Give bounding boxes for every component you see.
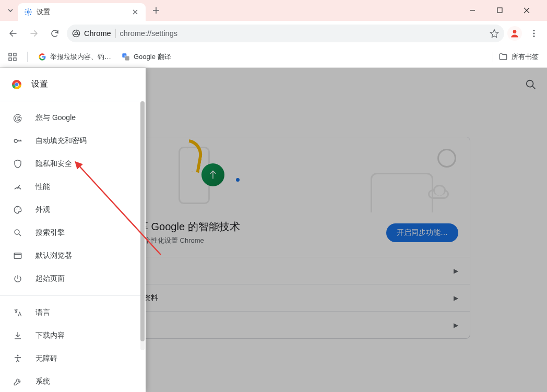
nav-on-startup[interactable]: 起始页面 xyxy=(0,267,146,290)
svg-rect-8 xyxy=(9,53,11,56)
power-icon xyxy=(13,274,23,283)
sidebar-header: 设置 xyxy=(0,68,146,101)
svg-point-7 xyxy=(533,35,534,37)
nav-downloads[interactable]: 下载内容 xyxy=(0,324,146,347)
translate-icon xyxy=(13,308,23,317)
svg-point-5 xyxy=(533,30,534,31)
nav-autofill-passwords[interactable]: 自动填充和密码 xyxy=(0,129,146,152)
profile-avatar-button[interactable] xyxy=(507,26,522,41)
wrench-icon xyxy=(13,377,23,386)
nav-accessibility[interactable]: 无障碍 xyxy=(0,347,146,370)
shield-icon xyxy=(13,159,23,169)
nav-languages[interactable]: 语言 xyxy=(0,301,146,324)
minimize-button[interactable] xyxy=(465,7,480,14)
svg-point-19 xyxy=(14,139,17,142)
svg-point-26 xyxy=(17,355,19,357)
chrome-logo-icon xyxy=(10,78,23,91)
settings-gear-icon xyxy=(24,8,32,16)
maximize-button[interactable] xyxy=(492,7,507,14)
window-controls xyxy=(465,7,544,14)
svg-text:文: 文 xyxy=(124,54,126,57)
svg-point-23 xyxy=(19,209,20,210)
svg-point-3 xyxy=(75,32,77,34)
bookmark-bar: 举报垃圾内容、钓… 文 Google 翻译 所有书签 xyxy=(0,46,547,68)
nav-search-engine[interactable]: 搜索引擎 xyxy=(0,221,146,244)
svg-rect-10 xyxy=(9,58,11,61)
download-icon xyxy=(13,331,23,340)
nav-appearance[interactable]: 外观 xyxy=(0,198,146,221)
site-chip[interactable]: Chrome xyxy=(72,29,111,38)
speedometer-icon xyxy=(13,182,23,192)
tab-title: 设置 xyxy=(37,8,127,17)
palette-icon xyxy=(13,205,23,215)
forward-button[interactable] xyxy=(25,25,43,42)
svg-point-0 xyxy=(27,11,29,13)
svg-point-4 xyxy=(513,30,517,33)
translate-icon: 文 xyxy=(122,53,130,61)
apps-button[interactable] xyxy=(8,53,17,61)
tab-bar: 设置 xyxy=(0,0,547,21)
chrome-icon xyxy=(72,29,80,38)
nav-you-and-google[interactable]: 您与 Google xyxy=(0,106,146,129)
bookmark-report-spam[interactable]: 举报垃圾内容、钓… xyxy=(38,52,111,62)
browser-menu-button[interactable] xyxy=(525,25,543,42)
browser-toolbar: Chrome chrome://settings xyxy=(0,21,547,46)
sidebar-title: 设置 xyxy=(31,79,48,90)
reload-button[interactable] xyxy=(46,25,64,42)
svg-rect-25 xyxy=(14,253,21,259)
browser-icon xyxy=(13,251,23,260)
new-tab-button[interactable] xyxy=(149,7,163,14)
all-bookmarks-button[interactable]: 所有书签 xyxy=(498,52,539,62)
nav-default-browser[interactable]: 默认浏览器 xyxy=(0,244,146,267)
svg-rect-9 xyxy=(14,53,16,56)
sidebar-scrollbar[interactable] xyxy=(139,101,146,350)
bookmark-star-button[interactable] xyxy=(490,29,499,38)
accessibility-icon xyxy=(13,354,23,363)
search-icon xyxy=(13,228,23,237)
svg-point-6 xyxy=(533,32,534,34)
content-dim-overlay xyxy=(146,68,547,392)
nav-privacy-security[interactable]: 隐私和安全 xyxy=(0,152,146,175)
back-button[interactable] xyxy=(4,25,22,42)
bookmark-google-translate[interactable]: 文 Google 翻译 xyxy=(122,52,171,62)
tab-close-button[interactable] xyxy=(131,8,139,16)
tabs-dropdown-button[interactable] xyxy=(3,7,18,14)
nav-system[interactable]: 系统 xyxy=(0,370,146,392)
browser-tab[interactable]: 设置 xyxy=(18,3,146,21)
address-bar[interactable]: Chrome chrome://settings xyxy=(67,25,504,42)
svg-point-18 xyxy=(15,82,19,86)
close-window-button[interactable] xyxy=(519,7,534,14)
svg-point-20 xyxy=(17,187,18,188)
google-g-icon xyxy=(13,113,23,123)
settings-sidebar: 设置 您与 Google 自动填充和密码 隐私和安全 性能 外观 搜索引擎 xyxy=(0,68,146,392)
person-icon xyxy=(509,28,520,39)
svg-point-22 xyxy=(17,208,18,209)
svg-rect-11 xyxy=(14,58,16,61)
google-g-icon xyxy=(38,53,46,61)
svg-point-21 xyxy=(16,209,17,210)
nav-performance[interactable]: 性能 xyxy=(0,175,146,198)
svg-point-24 xyxy=(15,230,19,234)
key-icon xyxy=(13,136,23,146)
url-text: chrome://settings xyxy=(120,29,485,38)
svg-rect-1 xyxy=(497,8,502,13)
folder-icon xyxy=(498,52,508,62)
